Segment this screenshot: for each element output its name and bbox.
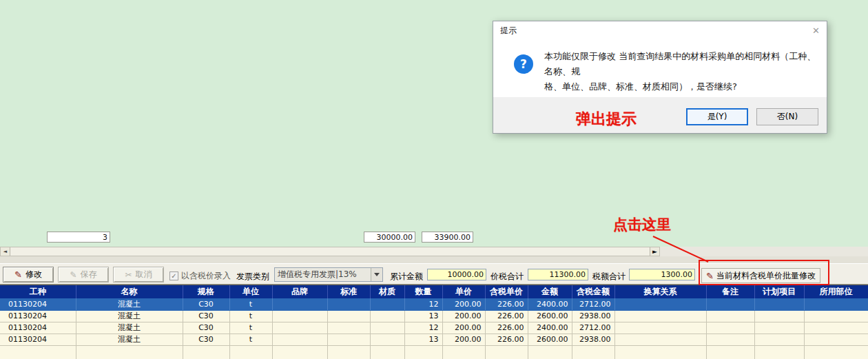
summary-amount-field: 30000.00 bbox=[364, 232, 415, 243]
cell bbox=[327, 298, 370, 310]
cell: 13 bbox=[404, 334, 442, 345]
checkbox-check-icon: ✓ bbox=[169, 271, 178, 280]
cell: 12 bbox=[404, 298, 442, 310]
cell: 226.00 bbox=[485, 298, 528, 310]
dialog-title: 提示 bbox=[500, 25, 517, 37]
cell bbox=[614, 334, 706, 345]
cell bbox=[754, 310, 804, 322]
save-pen-icon: ✎ bbox=[70, 271, 76, 279]
scroll-right-arrow-icon[interactable]: ► bbox=[650, 247, 659, 256]
cell: C30 bbox=[183, 298, 229, 310]
cell: 200.00 bbox=[442, 322, 485, 334]
cell: t bbox=[229, 334, 272, 345]
column-header[interactable]: 计划项目 bbox=[754, 285, 804, 298]
column-header[interactable]: 金额 bbox=[528, 285, 572, 298]
cumulative-amount-field[interactable] bbox=[427, 269, 486, 280]
table-row[interactable]: 01130204 混凝土 C30 t 13 200.00 226.00 2600… bbox=[0, 310, 868, 322]
cell bbox=[614, 298, 706, 310]
column-header[interactable]: 含税金额 bbox=[572, 285, 614, 298]
cell bbox=[754, 322, 804, 334]
save-button-label: 保存 bbox=[81, 269, 97, 280]
column-header[interactable]: 换算关系 bbox=[614, 285, 706, 298]
cell: 01130204 bbox=[0, 298, 76, 310]
modify-button[interactable]: ✎ 修改 bbox=[3, 267, 54, 283]
column-header[interactable]: 材质 bbox=[370, 285, 404, 298]
tax-total-label: 税额合计 bbox=[592, 271, 626, 283]
scroll-left-arrow-icon[interactable]: ◄ bbox=[1, 247, 10, 256]
cell: t bbox=[229, 322, 272, 334]
invoice-type-value: 增值税专用发票|13% bbox=[275, 269, 371, 280]
cell bbox=[327, 322, 370, 334]
cell: 2712.00 bbox=[572, 322, 614, 334]
cell bbox=[706, 322, 754, 334]
cell: 2938.00 bbox=[572, 334, 614, 345]
cell: C30 bbox=[183, 310, 229, 322]
column-header[interactable]: 备注 bbox=[706, 285, 754, 298]
table-row[interactable]: 01130204 混凝土 C30 t 12 200.00 226.00 2400… bbox=[0, 322, 868, 334]
cell: t bbox=[229, 298, 272, 310]
batch-modify-tax-price-button[interactable]: ✎ 当前材料含税单价批量修改 bbox=[701, 268, 820, 283]
cell: 01130204 bbox=[0, 334, 76, 345]
modify-button-label: 修改 bbox=[25, 269, 42, 280]
cell: 01130204 bbox=[0, 310, 76, 322]
popup-hint-annotation: 弹出提示 bbox=[576, 109, 637, 130]
cancel-button[interactable]: ✂ 取消 bbox=[113, 267, 164, 283]
cell bbox=[804, 310, 868, 322]
tax-price-entry-label: 以含税价录入 bbox=[181, 270, 231, 282]
table-row[interactable]: 01130204 混凝土 C30 t 12 200.00 226.00 2400… bbox=[0, 298, 868, 310]
close-icon[interactable]: ✕ bbox=[812, 25, 820, 36]
toolbar: ✎ 修改 ✎ 保存 ✂ 取消 ✓ 以含税价录入 发票类别 增值税专用发票|13%… bbox=[0, 263, 868, 285]
edit-pen-icon: ✎ bbox=[14, 270, 22, 279]
column-header[interactable]: 品牌 bbox=[272, 285, 327, 298]
app-window: 3 30000.00 33900.00 提示 ✕ ? 本功能仅限于修改 当前查询… bbox=[0, 0, 868, 359]
cell bbox=[614, 322, 706, 334]
dialog-message: 本功能仅限于修改 当前查询结果中的材料采购单的相同材料（工种、名称、规 格、单位… bbox=[544, 49, 818, 94]
cell: 226.00 bbox=[485, 310, 528, 322]
cell: t bbox=[229, 310, 272, 322]
cell: 2400.00 bbox=[528, 322, 572, 334]
filler-row bbox=[0, 345, 868, 359]
scrollbar-track-area[interactable] bbox=[10, 247, 650, 256]
invoice-type-dropdown[interactable]: 增值税专用发票|13% bbox=[274, 267, 383, 282]
column-header[interactable]: 含税单价 bbox=[485, 285, 528, 298]
column-header[interactable]: 所用部位 bbox=[804, 285, 868, 298]
cell: 2600.00 bbox=[528, 310, 572, 322]
column-header[interactable]: 单价 bbox=[442, 285, 485, 298]
yes-button[interactable]: 是(Y) bbox=[686, 108, 748, 125]
price-tax-total-field[interactable] bbox=[528, 269, 588, 280]
scrollbar-track[interactable]: ◄ ► bbox=[0, 247, 660, 256]
column-header[interactable]: 数量 bbox=[404, 285, 442, 298]
column-header[interactable]: 标准 bbox=[327, 285, 370, 298]
cell bbox=[272, 322, 327, 334]
horizontal-scrollbar: ◄ ► bbox=[0, 247, 868, 256]
chevron-down-icon[interactable] bbox=[371, 268, 382, 281]
tax-total-field[interactable] bbox=[629, 269, 695, 280]
cell: 13 bbox=[404, 310, 442, 322]
cell bbox=[272, 298, 327, 310]
cell bbox=[804, 322, 868, 334]
cell: 混凝土 bbox=[76, 334, 183, 345]
summary-count-field: 3 bbox=[47, 232, 110, 243]
cell: 2400.00 bbox=[528, 298, 572, 310]
cell bbox=[754, 298, 804, 310]
tax-price-entry-checkbox[interactable]: ✓ 以含税价录入 bbox=[169, 270, 231, 282]
batch-pen-icon: ✎ bbox=[706, 271, 714, 280]
column-header[interactable]: 单位 bbox=[229, 285, 272, 298]
cell: 12 bbox=[404, 322, 442, 334]
table-row[interactable]: 01130204 混凝土 C30 t 13 200.00 226.00 2600… bbox=[0, 334, 868, 345]
column-header[interactable]: 规格 bbox=[183, 285, 229, 298]
column-header[interactable]: 工种 bbox=[0, 285, 76, 298]
save-button[interactable]: ✎ 保存 bbox=[58, 267, 109, 283]
cell: 226.00 bbox=[485, 322, 528, 334]
dialog-button-bar: 是(Y) 否(N) bbox=[493, 97, 827, 133]
cancel-scissors-icon: ✂ bbox=[125, 271, 132, 279]
cell bbox=[614, 310, 706, 322]
table-header-row: 工种 名称 规格 单位 品牌 标准 材质 数量 单价 含税单价 金额 含税金额 … bbox=[0, 285, 868, 298]
cell bbox=[706, 298, 754, 310]
cell bbox=[370, 322, 404, 334]
cell: 混凝土 bbox=[76, 322, 183, 334]
column-header[interactable]: 名称 bbox=[76, 285, 183, 298]
no-button[interactable]: 否(N) bbox=[756, 108, 818, 125]
cell bbox=[706, 334, 754, 345]
cell bbox=[370, 334, 404, 345]
